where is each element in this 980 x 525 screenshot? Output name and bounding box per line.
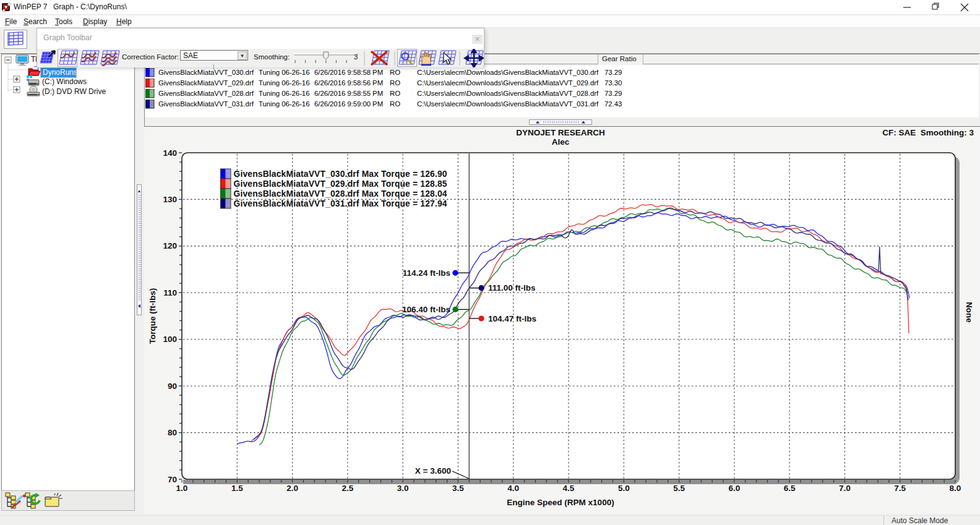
svg-text:7.5: 7.5: [894, 484, 906, 493]
svg-text:GivensBlackMiataVVT_029.drf Ma: GivensBlackMiataVVT_029.drf Max Torque =…: [234, 179, 447, 189]
svg-text:Engine Speed (RPM x1000): Engine Speed (RPM x1000): [507, 498, 614, 507]
svg-text:3.0: 3.0: [397, 484, 409, 493]
svg-text:8.0: 8.0: [950, 484, 961, 493]
svg-text:140: 140: [163, 148, 177, 158]
svg-text:100: 100: [163, 335, 177, 344]
svg-text:110: 110: [163, 288, 177, 297]
svg-text:GivensBlackMiataVVT_028.drf Ma: GivensBlackMiataVVT_028.drf Max Torque =…: [234, 189, 447, 198]
svg-text:70: 70: [168, 475, 177, 484]
svg-text:6.0: 6.0: [729, 484, 741, 493]
svg-text:6.5: 6.5: [784, 484, 796, 493]
svg-text:106.40 ft-lbs: 106.40 ft-lbs: [402, 305, 450, 314]
svg-text:2.0: 2.0: [286, 484, 298, 493]
svg-text:3.5: 3.5: [452, 484, 464, 493]
svg-text:Torque (ft-lbs): Torque (ft-lbs): [148, 288, 157, 344]
svg-text:111.00 ft-lbs: 111.00 ft-lbs: [488, 283, 536, 292]
svg-text:4.0: 4.0: [507, 484, 519, 493]
svg-text:114.24 ft-lbs: 114.24 ft-lbs: [403, 268, 450, 278]
svg-text:None: None: [965, 302, 974, 323]
svg-text:5.5: 5.5: [673, 484, 685, 493]
svg-text:90: 90: [168, 382, 177, 391]
svg-text:104.47 ft-lbs: 104.47 ft-lbs: [488, 314, 536, 323]
svg-text:5.0: 5.0: [618, 484, 630, 493]
svg-text:GivensBlackMiataVVT_031.drf Ma: GivensBlackMiataVVT_031.drf Max Torque =…: [234, 199, 447, 208]
svg-text:1.0: 1.0: [176, 484, 188, 493]
svg-text:Alec: Alec: [552, 137, 570, 147]
svg-text:DYNOJET RESEARCH: DYNOJET RESEARCH: [516, 128, 604, 137]
svg-text:GivensBlackMiataVVT_030.drf Ma: GivensBlackMiataVVT_030.drf Max Torque =…: [234, 169, 447, 179]
svg-text:130: 130: [163, 195, 177, 204]
svg-text:1.5: 1.5: [231, 484, 243, 493]
svg-text:7.0: 7.0: [839, 484, 851, 493]
svg-text:4.5: 4.5: [563, 484, 575, 493]
svg-text:2.5: 2.5: [342, 484, 354, 493]
svg-text:120: 120: [163, 241, 177, 250]
svg-text:CF: SAE Smoothing: 3: CF: SAE Smoothing: 3: [882, 128, 974, 137]
svg-text:80: 80: [168, 428, 177, 437]
svg-text:X = 3.600: X = 3.600: [415, 466, 451, 476]
